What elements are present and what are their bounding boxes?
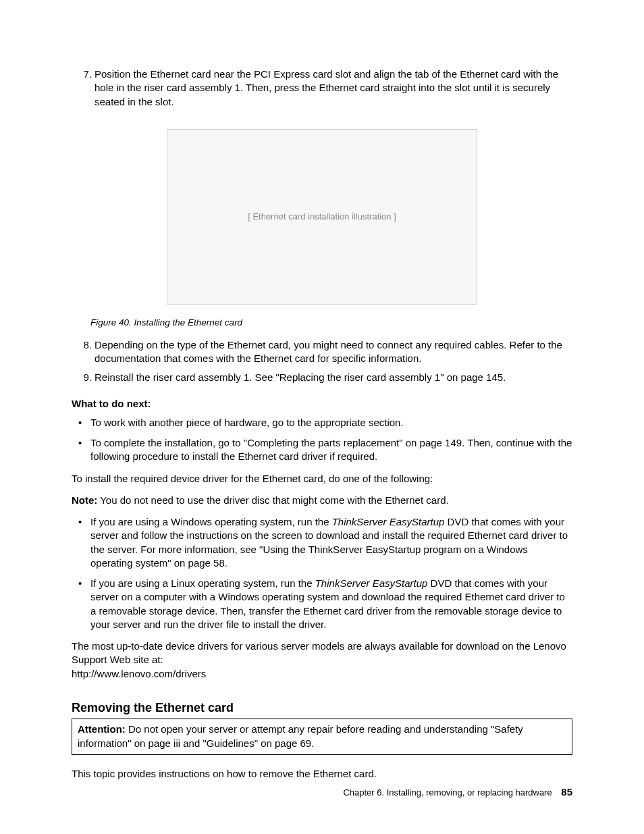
page-footer: Chapter 6. Installing, removing, or repl… (343, 785, 572, 799)
step-7: 7. Position the Ethernet card near the P… (84, 68, 572, 109)
page-number: 85 (561, 786, 572, 798)
support-url: http://www.lenovo.com/drivers (72, 668, 206, 679)
step-number: 7. (72, 68, 92, 81)
product-name: ThinkServer EasyStartup (332, 516, 445, 527)
step-text: Position the Ethernet card near the PCI … (95, 68, 558, 107)
list-item: To complete the installation, go to "Com… (81, 436, 572, 464)
text-part: If you are using a Linux operating syste… (90, 577, 315, 589)
driver-options: If you are using a Windows operating sys… (81, 515, 572, 631)
step-number: 8. (72, 338, 92, 352)
step-9: 9. Reinstall the riser card assembly 1. … (84, 371, 572, 384)
numbered-steps: 7. Position the Ethernet card near the P… (84, 68, 572, 109)
chapter-label: Chapter 6. Installing, removing, or repl… (343, 787, 552, 798)
list-item-linux: If you are using a Linux operating syste… (81, 577, 572, 631)
note-text: You do not need to use the driver disc t… (97, 494, 448, 506)
step-8: 8. Depending on the type of the Ethernet… (84, 338, 572, 366)
figure-caption: Figure 40. Installing the Ethernet card (90, 317, 572, 329)
step-number: 9. (72, 371, 92, 384)
product-name: ThinkServer EasyStartup (315, 577, 428, 589)
attention-text: Do not open your server or attempt any r… (78, 723, 523, 748)
removing-intro: This topic provides instructions on how … (72, 767, 572, 781)
list-item-windows: If you are using a Windows operating sys… (81, 515, 572, 570)
driver-outro: The most up-to-date device drivers for v… (72, 640, 572, 681)
driver-note: Note: You do not need to use the driver … (72, 494, 572, 507)
what-next-heading: What to do next: (72, 397, 572, 411)
list-item: To work with another piece of hardware, … (81, 416, 572, 429)
step-text: Depending on the type of the Ethernet ca… (95, 339, 562, 364)
text-part: If you are using a Windows operating sys… (90, 516, 332, 527)
outro-text: The most up-to-date device drivers for v… (72, 640, 566, 665)
step-text: Reinstall the riser card assembly 1. See… (95, 371, 506, 383)
removing-heading: Removing the Ethernet card (72, 700, 572, 716)
driver-intro: To install the required device driver fo… (72, 472, 572, 486)
note-label: Note: (72, 494, 97, 506)
attention-label: Attention: (78, 723, 126, 735)
attention-box: Attention: Do not open your server or at… (72, 719, 572, 755)
what-next-list: To work with another piece of hardware, … (81, 416, 572, 464)
ethernet-card-illustration: [ Ethernet card installation illustratio… (167, 129, 477, 305)
figure-40: [ Ethernet card installation illustratio… (72, 129, 572, 305)
numbered-steps-cont: 8. Depending on the type of the Ethernet… (84, 338, 572, 385)
